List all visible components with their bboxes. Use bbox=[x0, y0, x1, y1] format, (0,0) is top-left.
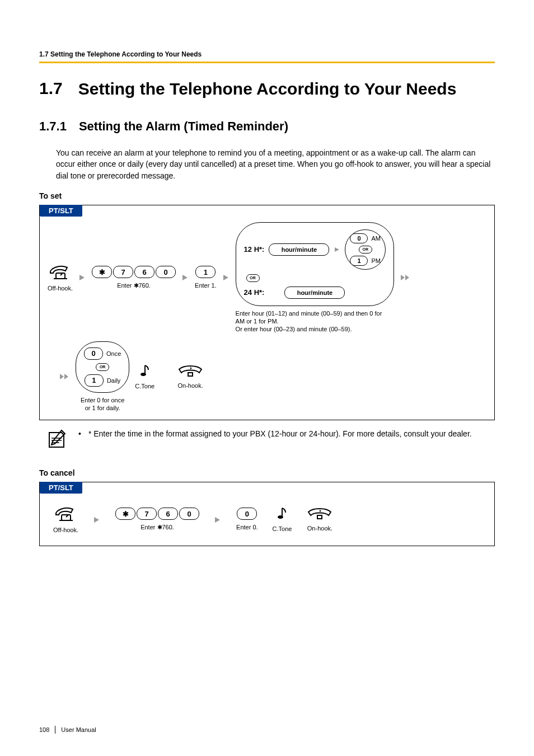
svg-rect-0 bbox=[56, 273, 65, 279]
device-pill: PT/SLT bbox=[40, 482, 82, 494]
svg-rect-2 bbox=[62, 515, 71, 520]
arrow-icon bbox=[78, 274, 86, 281]
device-pill: PT/SLT bbox=[40, 205, 82, 217]
pm-label: PM bbox=[371, 257, 381, 264]
hourminute-key: hour/minute bbox=[284, 287, 345, 299]
am-label: AM bbox=[371, 235, 381, 242]
key-0: 0 bbox=[237, 508, 257, 520]
key-7: 7 bbox=[113, 266, 133, 278]
procedure-box-cancel: PT/SLT Off-hook. ✱ bbox=[39, 482, 495, 546]
subsection-number: 1.7.1 bbox=[39, 119, 67, 134]
intro-paragraph: You can receive an alarm at your telepho… bbox=[56, 147, 495, 181]
arrow-continue-icon bbox=[400, 274, 411, 281]
section-title: Setting the Telephone According to Your … bbox=[78, 79, 457, 99]
to-set-heading: To set bbox=[39, 191, 495, 200]
note-row: • * Enter the time in the format assigne… bbox=[45, 428, 495, 452]
svg-point-1 bbox=[140, 373, 146, 376]
hourminute-key: hour/minute bbox=[269, 243, 329, 256]
onhook-label: On-hook. bbox=[178, 382, 203, 389]
key-7: 7 bbox=[137, 508, 157, 520]
key-0-once: 0 bbox=[84, 348, 103, 360]
onhook-label: On-hook. bbox=[307, 524, 332, 532]
ampm-group: 0 AM OR 1 PM bbox=[345, 229, 386, 270]
key-1: 1 bbox=[195, 266, 216, 278]
key-0: 0 bbox=[156, 266, 176, 278]
ctone-label: C.Tone bbox=[135, 382, 154, 390]
enter-760-label: Enter ✱760. bbox=[117, 281, 151, 289]
key-star: ✱ bbox=[115, 508, 135, 520]
arrow-icon bbox=[334, 246, 340, 253]
arrow-icon bbox=[214, 516, 222, 524]
key-6: 6 bbox=[134, 266, 154, 278]
enter-0-label: Enter 0. bbox=[236, 523, 258, 531]
or-badge: OR bbox=[359, 246, 372, 253]
arrow-continue-icon bbox=[59, 373, 70, 381]
h12-label: 12 H*: bbox=[244, 245, 265, 253]
once-daily-caption: Enter 0 for once or 1 for daily. bbox=[81, 396, 124, 412]
arrow-icon bbox=[222, 274, 230, 281]
enter-760-label: Enter ✱760. bbox=[140, 523, 174, 531]
arrow-icon bbox=[93, 516, 101, 524]
ctone-icon bbox=[138, 363, 152, 379]
page-number: 108 bbox=[39, 726, 49, 733]
h24-label: 24 H*: bbox=[244, 288, 265, 297]
running-head: 1.7 Setting the Telephone According to Y… bbox=[39, 50, 495, 63]
or-badge: OR bbox=[246, 274, 260, 282]
svg-point-3 bbox=[278, 515, 283, 519]
once-label: Once bbox=[106, 350, 121, 357]
section-number: 1.7 bbox=[39, 79, 63, 98]
key-star: ✱ bbox=[92, 266, 112, 278]
key-1-pm: 1 bbox=[350, 256, 368, 266]
onhook-icon bbox=[306, 506, 333, 521]
offhook-icon bbox=[48, 263, 73, 281]
ctone-icon bbox=[275, 506, 289, 522]
subsection-title: Setting the Alarm (Timed Reminder) bbox=[79, 119, 288, 134]
key-0: 0 bbox=[179, 508, 199, 520]
once-daily-group: 0 Once OR 1 Daily bbox=[76, 341, 129, 393]
footer-label: User Manual bbox=[61, 726, 96, 733]
offhook-label: Off-hook. bbox=[48, 284, 73, 292]
time-entry-group: 12 H*: hour/minute 0 AM OR bbox=[236, 222, 394, 306]
key-sequence-760: ✱ 7 6 0 bbox=[92, 266, 176, 278]
key-sequence-760: ✱ 7 6 0 bbox=[115, 508, 199, 520]
key-6: 6 bbox=[158, 508, 178, 520]
arrow-icon bbox=[181, 274, 189, 281]
onhook-icon bbox=[177, 364, 204, 378]
page-footer: 108 User Manual bbox=[39, 726, 96, 734]
key-1-daily: 1 bbox=[85, 374, 104, 387]
or-badge: OR bbox=[96, 363, 109, 371]
to-cancel-heading: To cancel bbox=[39, 468, 495, 477]
note-text: * Enter the time in the format assigned … bbox=[88, 429, 472, 438]
offhook-label: Off-hook. bbox=[53, 526, 78, 534]
offhook-icon bbox=[54, 505, 78, 523]
procedure-box-set: PT/SLT Off-hook. bbox=[39, 205, 495, 420]
key-0-am: 0 bbox=[350, 233, 368, 243]
time-caption: Enter hour (01–12) and minute (00–59) an… bbox=[236, 309, 392, 334]
ctone-label: C.Tone bbox=[273, 525, 292, 533]
note-icon bbox=[45, 428, 68, 452]
daily-label: Daily bbox=[107, 377, 120, 384]
enter-1-label: Enter 1. bbox=[195, 281, 217, 289]
